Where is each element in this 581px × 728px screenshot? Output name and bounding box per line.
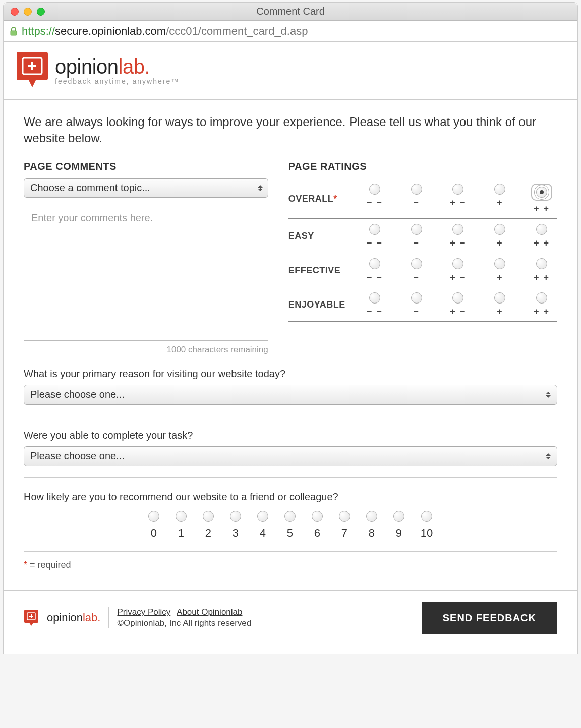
rating-cell: + + bbox=[526, 258, 557, 283]
rating-symbol: + + bbox=[534, 272, 550, 283]
rating-cell: − − bbox=[359, 292, 390, 317]
nps-number: 0 bbox=[151, 527, 157, 540]
nps-number: 1 bbox=[178, 527, 184, 540]
nps-number: 2 bbox=[205, 527, 211, 540]
rating-radio[interactable] bbox=[411, 184, 422, 195]
select-arrows-icon bbox=[546, 453, 551, 459]
brand-logo-icon bbox=[16, 51, 49, 89]
address-bar[interactable]: https://secure.opinionlab.com/ccc01/comm… bbox=[4, 21, 577, 42]
nps-cell: 4 bbox=[257, 511, 268, 540]
svg-rect-0 bbox=[11, 31, 17, 35]
rating-cell: + − bbox=[442, 258, 474, 283]
nps-radio[interactable] bbox=[176, 511, 187, 522]
rating-row-overall: OVERALL*− −−+ −++ + bbox=[288, 178, 557, 219]
rating-radio[interactable] bbox=[494, 292, 505, 304]
rating-symbol: + + bbox=[534, 238, 550, 249]
rating-radio[interactable] bbox=[452, 292, 463, 304]
comments-heading: PAGE COMMENTS bbox=[24, 161, 268, 172]
q1-select-value: Please choose one... bbox=[30, 389, 125, 400]
nps-cell: 2 bbox=[203, 511, 214, 540]
nps-number: 6 bbox=[314, 527, 320, 540]
rating-symbol: + + bbox=[534, 204, 550, 214]
footer-logo-icon bbox=[24, 609, 39, 626]
rating-symbol: + bbox=[497, 198, 503, 208]
select-arrows-icon bbox=[258, 185, 263, 191]
q3-label: How likely are you to recommend our webs… bbox=[24, 491, 557, 503]
question-complete-task: Were you able to complete your task? Ple… bbox=[24, 430, 557, 478]
rating-radio[interactable] bbox=[536, 224, 547, 235]
rating-radio[interactable] bbox=[536, 292, 547, 304]
rating-radio[interactable] bbox=[369, 258, 380, 269]
nps-number: 5 bbox=[287, 527, 293, 540]
rating-cell: + + bbox=[526, 184, 557, 214]
rating-radio[interactable] bbox=[369, 184, 380, 195]
footer: opinionlab. Privacy Policy About Opinion… bbox=[4, 590, 577, 654]
url-display: https://secure.opinionlab.com/ccc01/comm… bbox=[22, 25, 308, 38]
rating-radio[interactable] bbox=[494, 184, 505, 195]
rating-label: ENJOYABLE bbox=[288, 299, 359, 310]
rating-symbol: + − bbox=[450, 238, 466, 249]
question-primary-reason: What is your primary reason for visiting… bbox=[24, 368, 557, 416]
rating-cell: + + bbox=[526, 292, 557, 317]
titlebar: Comment Card bbox=[4, 3, 577, 21]
nps-cell: 7 bbox=[339, 511, 350, 540]
rating-symbol: − bbox=[413, 272, 420, 283]
nps-radio[interactable] bbox=[312, 511, 323, 522]
ratings-heading: PAGE RATINGS bbox=[288, 161, 557, 172]
rating-symbol: − − bbox=[367, 272, 383, 283]
nps-radio[interactable] bbox=[230, 511, 241, 522]
required-star: * bbox=[333, 194, 337, 204]
url-host: secure.opinionlab.com bbox=[55, 25, 166, 37]
rating-radio[interactable] bbox=[452, 224, 463, 235]
rating-radio[interactable] bbox=[452, 184, 463, 195]
comments-textarea[interactable] bbox=[24, 205, 268, 341]
comment-topic-select[interactable]: Choose a comment topic... bbox=[24, 178, 268, 198]
rating-radio[interactable] bbox=[494, 224, 505, 235]
q1-select[interactable]: Please choose one... bbox=[24, 385, 557, 405]
selected-indicator bbox=[531, 184, 552, 201]
rating-radio[interactable] bbox=[369, 224, 380, 235]
nps-radio[interactable] bbox=[284, 511, 296, 522]
rating-symbol: + − bbox=[450, 307, 466, 317]
required-note: * = required bbox=[24, 560, 557, 570]
window-title: Comment Card bbox=[4, 6, 577, 17]
rating-cell: − bbox=[401, 258, 432, 283]
nps-cell: 1 bbox=[176, 511, 187, 540]
rating-cell: + − bbox=[442, 292, 474, 317]
brand-text: opinionlab. feedback anytime, anywhere™ bbox=[55, 55, 179, 85]
nps-radio[interactable] bbox=[148, 511, 159, 522]
rating-radio[interactable] bbox=[494, 258, 505, 269]
privacy-policy-link[interactable]: Privacy Policy bbox=[117, 607, 170, 617]
lock-icon bbox=[10, 27, 18, 36]
rating-row-easy: EASY− −−+ −++ + bbox=[288, 219, 557, 253]
rating-symbol: − bbox=[413, 238, 420, 249]
rating-symbol: + − bbox=[450, 198, 466, 208]
rating-cell: + − bbox=[442, 224, 474, 249]
nps-radio[interactable] bbox=[203, 511, 214, 522]
rating-radio[interactable] bbox=[411, 224, 422, 235]
nps-number: 9 bbox=[396, 527, 402, 540]
nps-cell: 5 bbox=[284, 511, 296, 540]
rating-symbol: + − bbox=[450, 272, 466, 283]
rating-radio[interactable] bbox=[369, 292, 380, 304]
rating-radio[interactable] bbox=[536, 187, 547, 198]
rating-cell: − bbox=[401, 292, 432, 317]
rating-symbol: − bbox=[413, 198, 420, 208]
send-feedback-button[interactable]: SEND FEEDBACK bbox=[422, 602, 557, 634]
nps-cell: 3 bbox=[230, 511, 241, 540]
nps-radio[interactable] bbox=[257, 511, 268, 522]
nps-radio[interactable] bbox=[366, 511, 377, 522]
nps-radio[interactable] bbox=[421, 511, 432, 522]
rating-radio[interactable] bbox=[411, 292, 422, 304]
rating-radio[interactable] bbox=[536, 258, 547, 269]
nps-radio[interactable] bbox=[393, 511, 404, 522]
rating-radio[interactable] bbox=[452, 258, 463, 269]
q2-select[interactable]: Please choose one... bbox=[24, 446, 557, 466]
comments-column: PAGE COMMENTS Choose a comment topic... … bbox=[24, 161, 268, 355]
rating-radio[interactable] bbox=[411, 258, 422, 269]
nps-radio[interactable] bbox=[339, 511, 350, 522]
nps-cell: 8 bbox=[366, 511, 377, 540]
footer-links: Privacy Policy About Opinionlab ©Opinion… bbox=[108, 607, 251, 628]
q2-select-value: Please choose one... bbox=[30, 450, 125, 462]
about-link[interactable]: About Opinionlab bbox=[177, 607, 242, 617]
